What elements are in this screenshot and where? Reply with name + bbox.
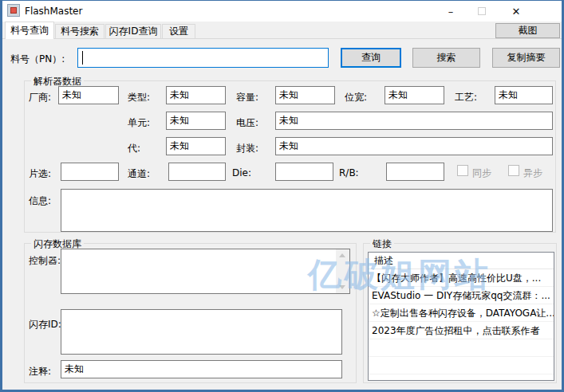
maximize-icon [478, 7, 486, 15]
die-label: Die: [232, 167, 251, 178]
vendor-label: 厂商: [29, 91, 51, 104]
process-field[interactable] [495, 86, 553, 104]
generation-label: 代: [128, 142, 140, 155]
tabstrip-divider [2, 38, 562, 39]
rb-label: R/B: [339, 167, 359, 178]
search-button[interactable]: 搜索 [412, 48, 480, 68]
cell-field[interactable] [166, 112, 226, 130]
links-column-header[interactable]: 描述 [369, 253, 554, 269]
controller-field[interactable] [61, 249, 350, 294]
sync-checkbox [457, 165, 468, 176]
app-chip-icon [7, 4, 20, 17]
link-item[interactable]: 2023年度广告位招租中，点击联系作者 [369, 322, 554, 339]
tab-flashid-query[interactable]: 闪存ID查询 [105, 24, 161, 38]
process-label: 工艺: [455, 91, 477, 104]
channel-label: 通道: [128, 167, 150, 181]
flash-id-label: 闪存ID: [29, 318, 61, 331]
app-window: FlashMaster – ✕ 料号查询 料号搜索 闪存ID查询 设置 截图 料… [0, 0, 564, 392]
capacity-label: 容量: [236, 91, 258, 104]
close-button[interactable]: ✕ [503, 1, 529, 22]
info-label: 信息: [29, 194, 51, 208]
vendor-field[interactable] [58, 86, 119, 104]
sync-checkbox-label: 同步 [472, 167, 491, 180]
minimize-button[interactable]: – [438, 1, 463, 22]
app-chip-icon-core [10, 7, 17, 14]
package-field[interactable] [275, 137, 553, 155]
controller-label: 控制器: [29, 254, 61, 268]
scroll-up-icon[interactable] [339, 253, 345, 257]
links-listview: 描述 【闪存大师作者】高速高性价比U盘，... EVAStudio 一 DIY存… [368, 252, 554, 381]
title-bar: FlashMaster – ✕ [2, 1, 562, 22]
bus-width-label: 位宽: [345, 91, 367, 104]
window-title: FlashMaster [25, 6, 82, 17]
tab-settings[interactable]: 设置 [162, 24, 195, 38]
links-group-title: 链接 [370, 237, 394, 251]
copy-summary-button[interactable]: 复制摘要 [492, 48, 560, 68]
link-item-empty [369, 339, 554, 357]
controller-scrollbar[interactable] [336, 249, 349, 293]
async-checkbox [508, 165, 519, 176]
voltage-field[interactable] [275, 112, 553, 130]
scroll-down-icon[interactable] [339, 285, 345, 289]
chip-select-label: 片选: [29, 167, 51, 181]
query-button[interactable]: 查询 [341, 48, 401, 68]
info-field[interactable] [61, 189, 553, 232]
maximize-button [469, 1, 495, 22]
chip-select-field[interactable] [61, 163, 119, 181]
voltage-label: 电压: [236, 116, 258, 130]
pn-input[interactable] [77, 48, 329, 68]
flash-id-field[interactable] [61, 309, 342, 355]
link-item[interactable]: ☆定制出售各种闪存设备，DATAYOGA让... [369, 304, 554, 322]
generation-field[interactable] [166, 137, 226, 155]
bus-width-field[interactable] [385, 86, 444, 104]
async-checkbox-label: 异步 [523, 167, 542, 180]
pn-label: 料号（PN）: [10, 53, 65, 66]
link-item-empty [369, 357, 554, 374]
tab-part-query[interactable]: 料号查询 [5, 22, 54, 39]
cell-label: 单元: [128, 116, 150, 130]
type-label: 类型: [128, 91, 150, 104]
type-field[interactable] [166, 86, 226, 104]
package-label: 封装: [236, 142, 258, 155]
rb-field[interactable] [386, 163, 444, 181]
capacity-field[interactable] [275, 86, 335, 104]
note-label: 注释: [29, 365, 51, 378]
text-caret [82, 51, 83, 65]
link-item[interactable]: EVAStudio 一 DIY存储玩家qq交流群：... [369, 287, 554, 304]
link-item[interactable]: 【闪存大师作者】高速高性价比U盘，... [369, 269, 554, 287]
channel-field[interactable] [168, 163, 226, 181]
note-field[interactable] [61, 360, 342, 378]
die-field[interactable] [275, 163, 333, 181]
screenshot-button[interactable]: 截图 [495, 23, 560, 38]
tab-part-search[interactable]: 料号搜索 [55, 24, 105, 38]
